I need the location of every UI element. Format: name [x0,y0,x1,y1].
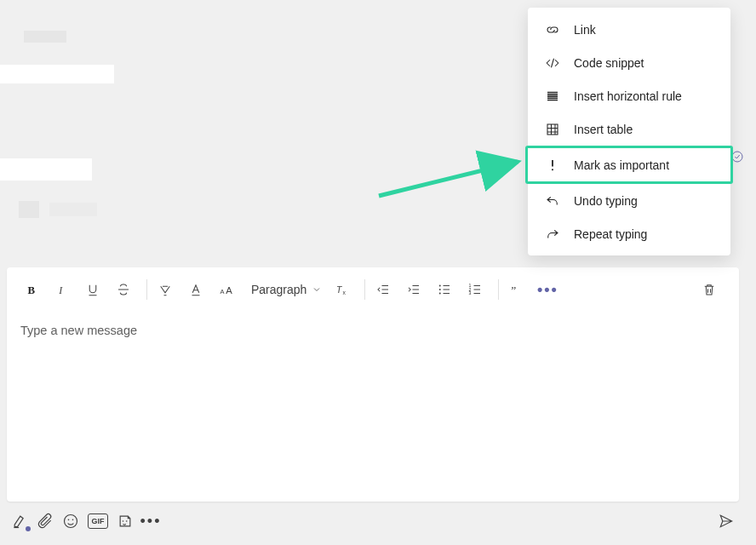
attach-button[interactable] [32,508,58,534]
strikethrough-button[interactable] [111,277,136,302]
link-icon [543,22,562,37]
menu-item-label: Insert horizontal rule [574,89,682,103]
paragraph-style-dropdown[interactable]: Paragraph [251,283,322,296]
svg-point-18 [68,519,70,521]
menu-item-repeat-typing[interactable]: Repeat typing [528,217,730,250]
chevron-down-icon [312,284,322,295]
menu-item-mark-important[interactable]: Mark as important [525,146,733,184]
messaging-extensions-button[interactable]: ••• [138,508,163,534]
svg-line-2 [379,162,518,196]
italic-button[interactable]: I [49,277,75,302]
menu-item-horizontal-rule[interactable]: Insert horizontal rule [528,79,730,112]
menu-item-label: Mark as important [574,158,669,172]
font-color-button[interactable] [183,277,209,302]
annotation-arrow [375,146,536,209]
menu-item-link[interactable]: Link [528,13,730,46]
svg-text:”: ” [512,284,517,296]
svg-text:x: x [343,290,346,295]
sticker-button[interactable] [112,508,138,534]
clear-formatting-button[interactable]: Tx [329,277,354,302]
toolbar-separator [364,279,365,300]
font-size-button[interactable]: AA [214,277,239,302]
svg-text:3: 3 [469,290,472,295]
undo-icon [543,193,562,209]
numbered-list-button[interactable]: 123 [462,277,488,302]
menu-item-label: Link [574,23,596,37]
underline-button[interactable] [80,277,106,302]
svg-point-20 [123,520,124,522]
svg-text:A: A [226,285,232,295]
redo-icon [543,227,562,242]
gif-label: GIF [92,517,105,525]
delete-button[interactable] [696,277,722,302]
giphy-button[interactable]: GIF [88,513,108,529]
toolbar-separator [146,279,147,300]
bold-button[interactable]: B [19,277,44,302]
format-more-menu: Link Code snippet Insert horizontal rule… [528,8,730,255]
menu-item-label: Code snippet [574,56,644,70]
menu-item-label: Repeat typing [574,227,647,241]
bullet-list-button[interactable] [432,277,457,302]
svg-text:I: I [58,284,63,296]
menu-item-code-snippet[interactable]: Code snippet [528,46,730,79]
code-icon [543,55,562,71]
menu-item-insert-table[interactable]: Insert table [528,112,730,146]
svg-rect-0 [547,124,558,135]
important-icon [543,158,562,173]
svg-point-17 [65,515,77,528]
svg-point-21 [126,520,128,522]
svg-point-1 [552,169,553,170]
quote-button[interactable]: ” [504,277,530,302]
decrease-indent-button[interactable] [370,277,396,302]
svg-point-19 [72,519,74,521]
paragraph-label: Paragraph [251,283,306,296]
compose-bottom-bar: GIF ••• [7,508,739,535]
svg-point-3 [732,152,742,162]
format-button[interactable] [7,508,32,534]
svg-point-12 [439,293,441,295]
send-button[interactable] [713,508,739,534]
horizontal-rule-icon [543,89,562,104]
format-toolbar: B I AA Paragraph Tx [7,267,739,312]
toolbar-separator [498,279,499,300]
emoji-button[interactable] [58,508,83,534]
message-editor[interactable]: Type a new message [7,312,739,502]
ellipsis-icon: ••• [137,513,165,531]
menu-item-label: Undo typing [574,194,638,208]
compose-box: B I AA Paragraph Tx [7,267,739,502]
svg-point-11 [439,289,441,290]
highlight-button[interactable] [152,277,178,302]
svg-text:B: B [28,284,36,296]
redacted-area [0,24,162,220]
ellipsis-icon: ••• [537,281,558,299]
table-icon [543,122,562,137]
menu-item-label: Insert table [574,123,633,136]
menu-item-undo-typing[interactable]: Undo typing [528,184,730,217]
format-active-indicator [26,526,31,531]
svg-text:A: A [220,288,225,295]
increase-indent-button[interactable] [401,277,427,302]
svg-point-10 [439,285,441,287]
more-options-button[interactable]: ••• [535,277,560,302]
